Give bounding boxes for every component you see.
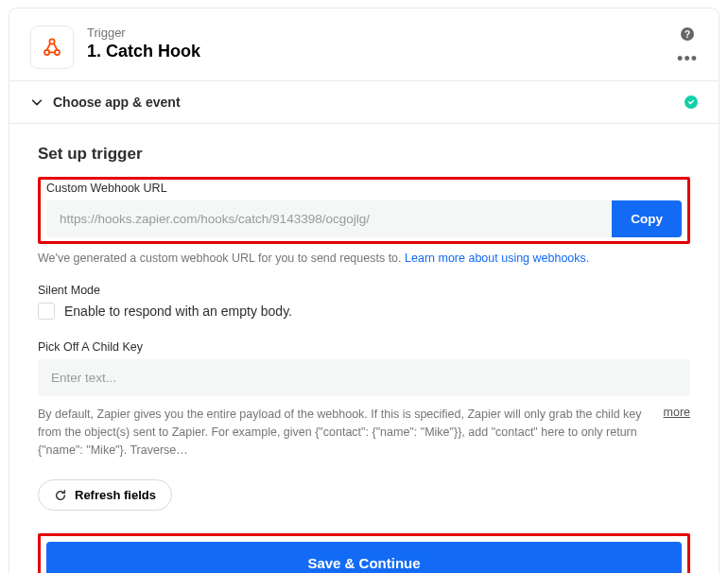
refresh-icon xyxy=(54,489,67,502)
child-key-label: Pick Off A Child Key xyxy=(38,340,690,354)
child-key-description-row: By default, Zapier gives you the entire … xyxy=(38,406,690,459)
choose-app-event-label: Choose app & event xyxy=(53,95,675,110)
child-key-description: By default, Zapier gives you the entire … xyxy=(38,406,647,459)
step-editor-card: Trigger 1. Catch Hook ? ••• Choose app &… xyxy=(9,8,719,573)
app-icon xyxy=(30,26,74,69)
copy-button[interactable]: Copy xyxy=(612,200,682,237)
setup-body: Set up trigger Custom Webhook URL Copy W… xyxy=(9,124,719,573)
webhook-help-text: We've generated a custom webhook URL for… xyxy=(38,252,690,265)
step-header: Trigger 1. Catch Hook ? ••• xyxy=(9,9,719,80)
webhooks-icon xyxy=(40,35,64,60)
child-key-input[interactable] xyxy=(38,359,690,396)
silent-mode-checkbox[interactable] xyxy=(38,303,55,320)
child-key-more-link[interactable]: more xyxy=(664,406,690,419)
webhook-url-label: Custom Webhook URL xyxy=(46,182,682,195)
save-continue-button[interactable]: Save & Continue xyxy=(46,542,682,573)
section-complete-icon xyxy=(685,96,698,109)
silent-mode-checkbox-label: Enable to respond with an empty body. xyxy=(64,304,292,319)
webhook-url-row: Copy xyxy=(46,200,682,237)
step-kicker: Trigger xyxy=(87,26,664,40)
step-title: 1. Catch Hook xyxy=(87,42,664,61)
chevron-down-icon xyxy=(30,96,43,109)
more-menu-icon[interactable]: ••• xyxy=(677,54,698,63)
webhook-url-highlight: Custom Webhook URL Copy xyxy=(38,177,690,244)
setup-heading: Set up trigger xyxy=(38,145,690,164)
refresh-fields-button[interactable]: Refresh fields xyxy=(38,479,172,511)
refresh-fields-label: Refresh fields xyxy=(75,488,156,502)
silent-mode-label: Silent Mode xyxy=(38,284,690,297)
webhook-help-prefix: We've generated a custom webhook URL for… xyxy=(38,252,405,265)
webhook-url-input[interactable] xyxy=(46,200,612,237)
primary-highlight: Save & Continue xyxy=(38,533,690,573)
silent-mode-row: Enable to respond with an empty body. xyxy=(38,303,690,320)
webhook-help-link[interactable]: Learn more about using webhooks. xyxy=(405,252,589,265)
step-titles: Trigger 1. Catch Hook xyxy=(87,26,664,61)
help-icon[interactable]: ? xyxy=(681,27,694,41)
choose-app-event-toggle[interactable]: Choose app & event xyxy=(9,80,719,124)
